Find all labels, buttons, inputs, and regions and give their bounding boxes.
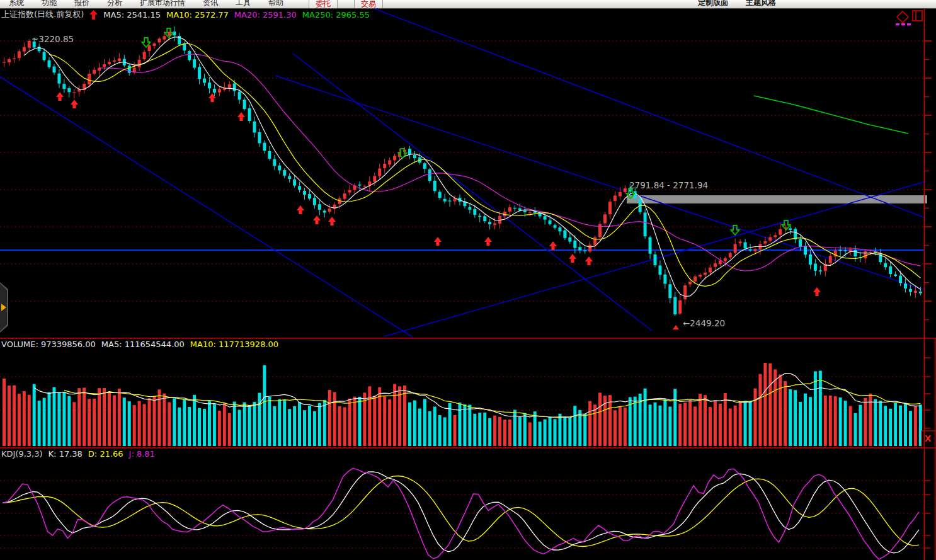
gap-zone-annotation: 2791.84 - 2771.94 (629, 180, 708, 190)
menu-item[interactable]: 系统 (0, 0, 33, 8)
menu-broker-button[interactable]: 委托 (309, 0, 338, 9)
menu-item[interactable]: 帮助 (260, 0, 292, 8)
menu-broker-button[interactable]: 交易 (354, 0, 383, 9)
volume-ma10-value: MA10: 117713928.00 (190, 340, 278, 349)
kdj-j-value: J: 8.81 (129, 449, 155, 459)
menu-item[interactable]: 扩展市场行情 (131, 0, 194, 8)
ma10-value: MA10: 2572.77 (166, 10, 229, 20)
indicator-close-button[interactable]: X (925, 433, 931, 443)
kdj-k-value: K: 17.38 (49, 449, 83, 459)
ma5-value: MA5: 2541.15 (103, 10, 161, 20)
chart-canvas (0, 0, 936, 560)
menu-bar: 系统功能报价分析扩展市场行情资讯工具帮助委托交易定制版面主题风格 (0, 0, 936, 9)
ma20-value: MA20: 2591.30 (234, 10, 297, 20)
menu-item[interactable]: 主题风格 (737, 0, 785, 8)
expand-arrow-icon (1, 304, 6, 311)
kdj-header: KDJ(9,3,3) K: 17.38 D: 21.66 J: 8.81 (1, 449, 155, 459)
menu-item[interactable]: 分析 (98, 0, 131, 8)
menu-item[interactable]: 工具 (227, 0, 260, 8)
sidebar-expand-handle[interactable] (0, 282, 8, 333)
stock-app-window: 系统功能报价分析扩展市场行情资讯工具帮助委托交易定制版面主题风格 上证指数(日线… (0, 0, 936, 560)
menu-item[interactable]: 资讯 (194, 0, 227, 8)
high-price-annotation: ~3220.85 (31, 34, 74, 44)
volume-ma5-value: MA5: 111654544.00 (101, 340, 185, 349)
ma250-value: MA250: 2965.55 (302, 10, 370, 20)
menu-item[interactable]: 定制版面 (689, 0, 737, 8)
red-up-arrow-icon (89, 10, 98, 20)
low-price-annotation: ←2449.20 (683, 318, 725, 328)
kdj-d-value: D: 21.66 (88, 449, 123, 459)
main-chart-header: 上证指数(日线.前复权) MA5: 2541.15 MA10: 2572.77 … (1, 9, 370, 20)
menu-item[interactable]: 报价 (66, 0, 98, 8)
menu-item[interactable]: 功能 (33, 0, 66, 8)
diamond-tool-icon (897, 11, 908, 23)
kdj-label: KDJ(9,3,3) (1, 449, 43, 459)
split-window-icon (913, 11, 922, 21)
chart-title: 上证指数(日线.前复权) (1, 9, 84, 20)
volume-value: VOLUME: 97339856.00 (1, 340, 96, 349)
volume-header: VOLUME: 97339856.00 MA5: 111654544.00 MA… (1, 340, 278, 349)
